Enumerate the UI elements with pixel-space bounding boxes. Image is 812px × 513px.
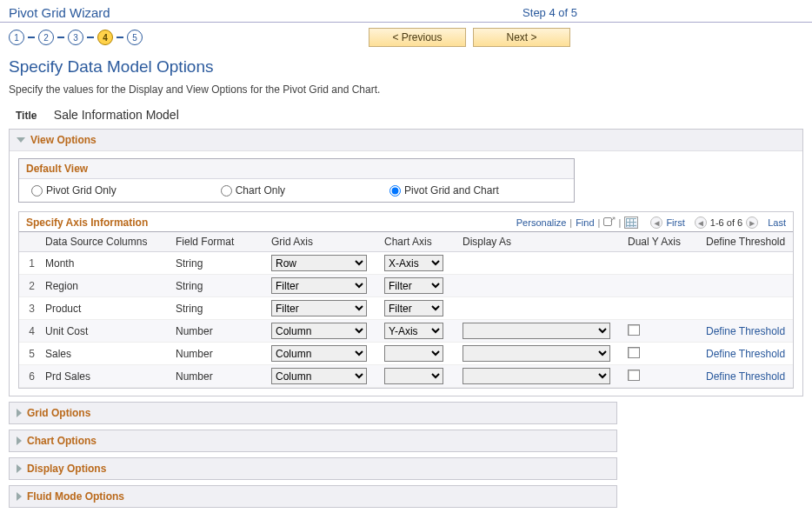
define-threshold-link[interactable]: Define Threshold — [706, 348, 785, 360]
step-divider — [28, 37, 35, 38]
grid-axis-select[interactable]: Filter — [271, 277, 367, 294]
chart-axis-select[interactable]: X-Axis — [384, 255, 443, 271]
col-chart-axis: Chart Axis — [379, 232, 457, 252]
chart-axis-select[interactable]: Y-Axis — [384, 323, 443, 339]
row-number: 5 — [19, 343, 40, 365]
display-options-panel: Display Options — [9, 457, 617, 480]
define-threshold-link[interactable]: Define Threshold — [706, 325, 785, 337]
view-options-label: View Options — [30, 134, 97, 146]
chart-options-panel: Chart Options — [9, 430, 617, 452]
axis-section: Specify Axis Information Personalize | F… — [18, 211, 794, 389]
table-row: 3ProductStringFilterFilter — [19, 297, 793, 320]
radio-label-pivot-grid-and-chart: Pivot Grid and Chart — [404, 184, 499, 197]
table-row: 2RegionStringFilterFilter — [19, 275, 793, 297]
chart-options-label: Chart Options — [27, 435, 97, 447]
grid-axis-select[interactable]: Column — [271, 345, 367, 362]
prev-arrow-icon[interactable]: ◄ — [695, 217, 707, 229]
row-number: 3 — [19, 297, 40, 320]
expand-icon — [17, 409, 22, 417]
view-all-icon[interactable] — [624, 217, 638, 229]
last-link[interactable]: Last — [768, 217, 786, 228]
next-button[interactable]: Next > — [473, 28, 570, 47]
dual-y-axis-checkbox[interactable] — [628, 324, 640, 336]
zoom-icon[interactable] — [603, 217, 615, 229]
data-source-column-cell: Region — [40, 275, 170, 297]
field-format-cell: Number — [170, 320, 266, 343]
field-format-cell: Number — [170, 365, 266, 388]
define-threshold-link[interactable]: Define Threshold — [706, 370, 785, 383]
radio-input-pivot-grid-only[interactable] — [31, 185, 43, 197]
axis-section-title: Specify Axis Information — [26, 217, 148, 229]
radio-chart-only[interactable]: Chart Only — [221, 184, 285, 197]
field-format-cell: String — [170, 252, 266, 275]
grid-axis-select[interactable]: Column — [271, 323, 367, 339]
col-define-threshold: Define Threshold — [701, 232, 793, 252]
col-num — [19, 232, 40, 252]
radio-input-pivot-grid-and-chart[interactable] — [389, 185, 401, 197]
step-indicator: Step 4 of 5 — [522, 6, 577, 19]
step-divider — [57, 37, 64, 38]
data-source-column-cell: Product — [40, 297, 170, 320]
row-number: 2 — [19, 275, 40, 297]
chart-axis-select[interactable] — [384, 368, 443, 384]
chart-options-header[interactable]: Chart Options — [10, 430, 616, 451]
step-4[interactable]: 4 — [97, 30, 113, 45]
chart-axis-select[interactable] — [384, 345, 443, 362]
step-2[interactable]: 2 — [38, 30, 54, 45]
col-grid-axis: Grid Axis — [266, 232, 379, 252]
next-arrow-icon[interactable]: ► — [746, 217, 758, 229]
table-row: 5SalesNumberColumnDefine Threshold — [19, 343, 793, 365]
row-range-label: 1-6 of 6 — [710, 217, 742, 228]
step-3[interactable]: 3 — [68, 30, 83, 45]
page-instruction: Specify the values for the Display and V… — [0, 83, 812, 108]
page-title: Specify Data Model Options — [0, 56, 812, 83]
grid-axis-select[interactable]: Column — [271, 368, 367, 384]
toolbar-separator: | — [618, 217, 621, 228]
col-display-as: Display As — [457, 232, 622, 252]
find-link[interactable]: Find — [576, 217, 594, 228]
field-format-cell: String — [170, 297, 266, 320]
table-row: 1MonthStringRowX-Axis — [19, 252, 793, 275]
fluid-mode-options-label: Fluid Mode Options — [27, 490, 124, 503]
view-options-header[interactable]: View Options — [10, 130, 802, 151]
dual-y-axis-checkbox[interactable] — [628, 347, 640, 358]
radio-pivot-grid-and-chart[interactable]: Pivot Grid and Chart — [389, 184, 499, 197]
data-source-column-cell: Unit Cost — [40, 320, 170, 343]
table-row: 6Prd SalesNumberColumnDefine Threshold — [19, 365, 793, 388]
grid-toolbar: Personalize | Find | | ◄ First ◄ 1-6 of … — [516, 217, 786, 229]
fluid-mode-options-header[interactable]: Fluid Mode Options — [10, 486, 616, 507]
data-source-column-cell: Month — [40, 252, 170, 275]
toolbar-separator: | — [569, 217, 572, 228]
radio-input-chart-only[interactable] — [221, 185, 232, 197]
personalize-link[interactable]: Personalize — [516, 217, 566, 228]
default-view-group: Default View Pivot Grid Only Chart Only … — [18, 158, 575, 203]
display-as-select[interactable] — [463, 368, 610, 384]
dual-y-axis-checkbox[interactable] — [628, 370, 640, 381]
step-5[interactable]: 5 — [127, 30, 143, 45]
radio-pivot-grid-only[interactable]: Pivot Grid Only — [31, 184, 116, 197]
fluid-mode-options-panel: Fluid Mode Options — [9, 485, 617, 508]
chart-axis-select[interactable]: Filter — [384, 300, 443, 316]
step-1[interactable]: 1 — [9, 30, 24, 45]
display-options-header[interactable]: Display Options — [10, 458, 616, 479]
expand-icon — [17, 492, 22, 501]
row-number: 1 — [19, 252, 40, 275]
display-as-select[interactable] — [463, 323, 610, 339]
axis-grid-table: Data Source Columns Field Format Grid Ax… — [19, 232, 793, 388]
radio-label-chart-only: Chart Only — [236, 184, 285, 197]
previous-button[interactable]: < Previous — [369, 28, 466, 47]
grid-axis-select[interactable]: Filter — [271, 300, 367, 316]
chart-axis-select[interactable]: Filter — [384, 277, 443, 294]
field-format-cell: String — [170, 275, 266, 297]
toolbar-separator: | — [598, 217, 601, 228]
grid-options-header[interactable]: Grid Options — [10, 403, 616, 423]
display-as-select[interactable] — [463, 345, 610, 362]
data-source-column-cell: Prd Sales — [40, 365, 170, 388]
display-options-label: Display Options — [27, 463, 106, 475]
col-data-source: Data Source Columns — [40, 232, 170, 252]
step-divider — [116, 37, 123, 38]
first-link[interactable]: First — [666, 217, 684, 228]
expand-icon — [17, 464, 22, 473]
first-arrow-icon[interactable]: ◄ — [650, 217, 662, 229]
grid-axis-select[interactable]: Row — [271, 255, 367, 271]
